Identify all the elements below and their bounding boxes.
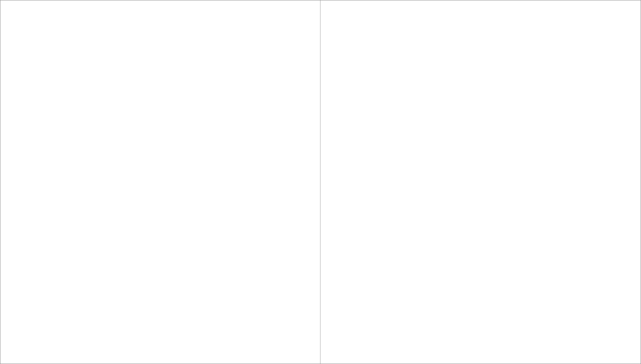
injection-monitor-window — [0, 0, 641, 364]
panel-separator — [320, 0, 320, 364]
